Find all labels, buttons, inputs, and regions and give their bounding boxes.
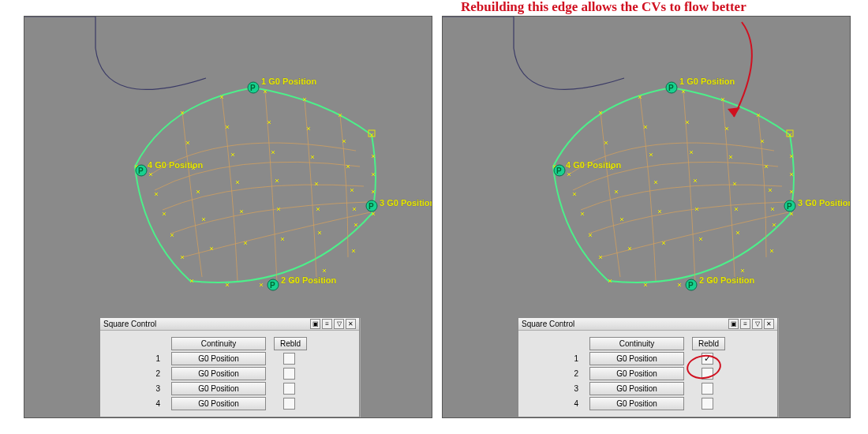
- p-handle-3-label: P: [369, 202, 374, 211]
- cv-points: [135, 90, 375, 286]
- viewport-left[interactable]: P 1 G0 Position P 3 G0 Position P 2 G0 P…: [24, 16, 432, 418]
- panel-dropdown-icon[interactable]: ▽: [334, 319, 344, 329]
- continuity-button-3[interactable]: G0 Position: [171, 382, 266, 395]
- square-patch-right[interactable]: P 1 G0 Position P 3 G0 Position P 2 G0 P…: [537, 80, 806, 285]
- continuity-button-3[interactable]: G0 Position: [589, 382, 684, 395]
- continuity-button-2[interactable]: G0 Position: [171, 367, 266, 380]
- svg-text:P: P: [668, 84, 674, 92]
- edge-label-1: 1 G0 Position: [261, 77, 317, 86]
- square-control-panel-left: Square Control ▣ ≡ ▽ ✕ Continuity Rebld …: [99, 317, 360, 417]
- edge-label-3: 3 G0 Position: [380, 198, 432, 208]
- continuity-button-4[interactable]: G0 Position: [171, 397, 266, 410]
- continuity-button-1[interactable]: G0 Position: [589, 352, 684, 365]
- panel-close-icon[interactable]: ✕: [346, 319, 356, 329]
- svg-text:P: P: [787, 202, 792, 211]
- rebld-header-button[interactable]: Rebld: [692, 337, 725, 350]
- edge-label-4: 4 G0 Position: [566, 160, 622, 170]
- continuity-button-4[interactable]: G0 Position: [589, 397, 684, 410]
- p-handle-1-label: P: [250, 84, 256, 92]
- continuity-button-1[interactable]: G0 Position: [171, 352, 266, 365]
- panel-titlebar[interactable]: Square Control ▣ ≡ ▽ ✕: [100, 318, 359, 331]
- continuity-header-button[interactable]: Continuity: [171, 337, 266, 350]
- svg-text:P: P: [556, 166, 562, 175]
- rebld-check-3[interactable]: [702, 383, 713, 395]
- rebld-check-1[interactable]: [283, 353, 295, 365]
- edge-label-2: 2 G0 Position: [281, 275, 337, 285]
- rebld-check-2[interactable]: [283, 368, 295, 380]
- p-handle-4-label: P: [138, 166, 144, 175]
- panel-pin-icon[interactable]: ▣: [728, 319, 739, 329]
- panel-menu-icon[interactable]: ≡: [740, 319, 750, 329]
- continuity-button-2[interactable]: G0 Position: [589, 367, 684, 380]
- panel-menu-icon[interactable]: ≡: [322, 319, 332, 329]
- row-num-3: 3: [526, 384, 589, 393]
- rebld-check-2[interactable]: [702, 368, 713, 380]
- rebld-check-3[interactable]: [283, 383, 295, 395]
- row-num-4: 4: [108, 399, 171, 408]
- row-num-1: 1: [526, 354, 589, 363]
- panel-title-text: Square Control: [522, 320, 574, 328]
- svg-text:P: P: [688, 281, 694, 290]
- edge-label-4: 4 G0 Position: [148, 160, 204, 170]
- rebld-header-button[interactable]: Rebld: [274, 337, 307, 350]
- row-num-3: 3: [108, 384, 171, 393]
- p-handle-2-label: P: [270, 281, 275, 290]
- row-num-2: 2: [108, 369, 171, 378]
- rebld-check-4[interactable]: [702, 398, 713, 410]
- viewport-right[interactable]: P 1 G0 Position P 3 G0 Position P 2 G0 P…: [442, 16, 851, 418]
- panel-pin-icon[interactable]: ▣: [310, 319, 320, 329]
- row-num-2: 2: [526, 369, 589, 378]
- cv-points: [553, 90, 793, 286]
- annotation-text: Rebuilding this edge allows the CVs to f…: [461, 0, 746, 15]
- edge-label-2: 2 G0 Position: [699, 275, 755, 285]
- panel-close-icon[interactable]: ✕: [764, 319, 774, 329]
- edge-label-3: 3 G0 Position: [798, 198, 851, 208]
- continuity-header-button[interactable]: Continuity: [589, 337, 684, 350]
- panel-title-text: Square Control: [103, 320, 156, 328]
- square-patch-left[interactable]: P 1 G0 Position P 3 G0 Position P 2 G0 P…: [119, 80, 387, 285]
- panel-dropdown-icon[interactable]: ▽: [752, 319, 762, 329]
- rebld-check-4[interactable]: [283, 398, 295, 410]
- row-num-4: 4: [526, 399, 589, 408]
- rebld-check-1[interactable]: [702, 353, 713, 365]
- row-num-1: 1: [108, 354, 171, 363]
- panel-titlebar[interactable]: Square Control ▣ ≡ ▽ ✕: [518, 318, 777, 331]
- edge-label-1: 1 G0 Position: [679, 77, 735, 86]
- square-control-panel-right: Square Control ▣ ≡ ▽ ✕ Continuity Rebld …: [518, 317, 778, 417]
